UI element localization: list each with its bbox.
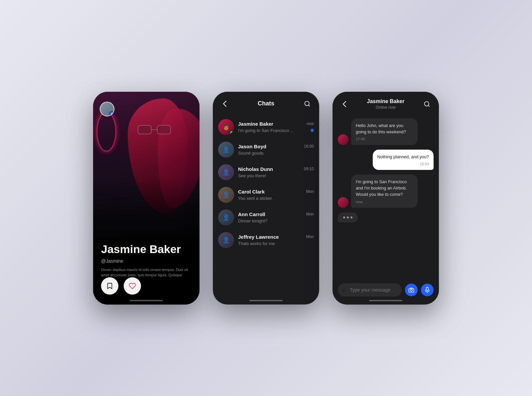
msg-bubble-1: Hello John, what are you going to do thi…: [351, 118, 418, 145]
chat-preview-row-jason: Sound goods.: [238, 151, 314, 156]
msg-text-3: I'm going to San Francisco and I'm booki…: [356, 179, 407, 197]
chat-content-carol: Carol Clark Mon You sent a sticker.: [238, 189, 314, 201]
chat-name-nicholas: Nicholas Dunn: [238, 166, 273, 172]
chat-name-jasmine: Jasmine Baker: [238, 121, 273, 127]
chat-item-jeffrey[interactable]: 👤 Jeffrey Lawrence Mon Thats works for m…: [213, 229, 319, 251]
typing-indicator: [338, 212, 434, 222]
back-button[interactable]: [219, 98, 230, 109]
chat-item-jasmine[interactable]: 👩 Jasmine Baker now I'm going to San Fra…: [213, 116, 319, 138]
search-button[interactable]: [302, 98, 313, 109]
glasses-bridge: [152, 129, 157, 130]
chat-name-jason: Jason Boyd: [238, 144, 266, 149]
chat-preview-jason: Sound goods.: [238, 151, 265, 156]
jason-avatar-img: 👤: [218, 142, 234, 158]
typing-dot-3: [350, 216, 352, 218]
microphone-button[interactable]: [421, 284, 434, 296]
chat-time-carol: Mon: [306, 189, 314, 194]
chat-time-jason: 16:00: [304, 144, 314, 149]
profile-name: Jasmine Baker: [101, 243, 192, 255]
chat-time-jasmine: now: [307, 121, 314, 126]
chat-avatar-jasmine: 👩: [218, 119, 234, 135]
home-indicator-chats: [249, 300, 283, 301]
profile-info: Jasmine Baker @Jasmine Donec dapibus mau…: [101, 243, 192, 278]
chat-contact-name: Jasmine Baker: [350, 98, 422, 104]
glasses-left: [138, 125, 152, 134]
chat-preview-jeffrey: Thats works for me: [238, 241, 275, 246]
chat-preview-jasmine: I'm going to San Francisco ...: [238, 128, 294, 133]
chat-search-button[interactable]: [422, 99, 432, 109]
chat-time-jeffrey: Mon: [306, 234, 314, 239]
profile-handle: @Jasmine: [101, 258, 192, 264]
phone-chat: Jasmine Baker Online now Hello John, wha…: [332, 92, 439, 305]
search-icon: [304, 100, 311, 107]
chat-preview-row-carol: You sent a sticker.: [238, 196, 314, 201]
chats-header: Chats: [213, 92, 319, 113]
msg-avatar-1: [338, 134, 348, 145]
typing-dot-2: [347, 216, 349, 218]
msg-text-2: Nothing planned, and you?: [377, 154, 429, 159]
bookmark-button[interactable]: [101, 277, 118, 295]
chat-preview-row-nicholas: See you there!: [238, 173, 314, 178]
avatar[interactable]: +: [100, 102, 114, 116]
msg-text-1: Hello John, what are you going to do thi…: [356, 123, 406, 134]
chat-name-carol: Carol Clark: [238, 189, 265, 195]
typing-dot-1: [343, 216, 345, 218]
jeffrey-avatar-img: 👤: [218, 232, 234, 248]
phones-container: + Jasmine Baker @Jasmine Donec dapibus m…: [93, 92, 439, 305]
msg-time-3: now: [356, 200, 413, 204]
svg-point-3: [410, 289, 412, 291]
chat-item-nicholas[interactable]: 👤 Nicholas Dunn 09:10 See you there!: [213, 161, 319, 184]
message-row-3: I'm going to San Francisco and I'm booki…: [338, 175, 434, 208]
chat-back-icon: [343, 101, 346, 107]
msg-bubble-2: Nothing planned, and you? 18:04: [373, 150, 434, 170]
chat-item-jason[interactable]: 👤 Jason Boyd 16:00 Sound goods.: [213, 138, 319, 161]
chat-preview-nicholas: See you there!: [238, 173, 266, 178]
online-indicator: [229, 130, 233, 134]
chat-item-ann[interactable]: 👤 Ann Carroll Mon Dinner tonight?: [213, 206, 319, 229]
message-list: Hello John, what are you going to do thi…: [332, 113, 439, 279]
msg-bubble-3: I'm going to San Francisco and I'm booki…: [351, 175, 418, 208]
bookmark-icon: [106, 282, 113, 290]
message-row-1: Hello John, what are you going to do thi…: [338, 118, 434, 145]
chat-content-ann: Ann Carroll Mon Dinner tonight?: [238, 211, 314, 223]
chat-name-row-jason: Jason Boyd 16:00: [238, 144, 314, 149]
chat-time-nicholas: 09:10: [304, 167, 314, 171]
chats-inner: Chats 👩 Jasmin: [213, 92, 319, 305]
phone-chats: Chats 👩 Jasmin: [213, 92, 319, 305]
camera-icon: [408, 287, 414, 293]
chat-name-jeffrey: Jeffrey Lawrence: [238, 234, 279, 240]
unread-indicator: [311, 129, 314, 132]
chat-inner: Jasmine Baker Online now Hello John, wha…: [332, 92, 439, 305]
chat-avatar-ann: 👤: [218, 209, 234, 225]
heart-button[interactable]: [124, 277, 141, 295]
avatar-plus-icon[interactable]: +: [109, 111, 114, 116]
chat-name-row-ann: Ann Carroll Mon: [238, 211, 314, 217]
chat-contact-status: Online now: [350, 105, 422, 110]
camera-button[interactable]: [405, 284, 418, 296]
chats-title: Chats: [230, 100, 302, 107]
message-input[interactable]: [338, 283, 402, 297]
home-indicator-chat: [369, 300, 402, 301]
woman-glasses: [138, 125, 171, 135]
chat-avatar-jason: 👤: [218, 142, 234, 158]
svg-rect-4: [426, 287, 429, 290]
mic-icon: [425, 287, 430, 293]
chat-preview-row: I'm going to San Francisco ...: [238, 128, 314, 133]
chat-avatar-carol: 👤: [218, 187, 234, 203]
profile-actions: [101, 277, 141, 295]
chat-list: 👩 Jasmine Baker now I'm going to San Fra…: [213, 113, 319, 254]
chat-search-icon: [424, 101, 430, 107]
chat-header-center: Jasmine Baker Online now: [350, 98, 422, 110]
chat-item-carol[interactable]: 👤 Carol Clark Mon You sent a sticker.: [213, 184, 319, 206]
chat-back-button[interactable]: [339, 99, 350, 109]
glasses-right: [157, 125, 171, 134]
chat-avatar-jeffrey: 👤: [218, 232, 234, 248]
msg-time-1: 17:45: [356, 137, 413, 141]
heart-icon: [129, 282, 136, 290]
msg-time-2: 18:04: [377, 162, 429, 166]
chat-content-nicholas: Nicholas Dunn 09:10 See you there!: [238, 166, 314, 178]
chat-time-ann: Mon: [306, 212, 314, 216]
input-wrapper: ☺: [338, 283, 402, 297]
profile-bio: Donec dapibus mauris id odio ornare temp…: [101, 267, 192, 278]
phone-profile: + Jasmine Baker @Jasmine Donec dapibus m…: [93, 92, 200, 305]
